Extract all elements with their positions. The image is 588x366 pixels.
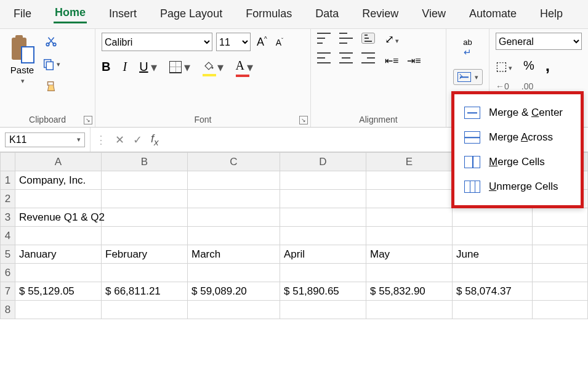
cell[interactable] [188, 208, 280, 227]
align-right-button[interactable] [361, 52, 375, 63]
cell[interactable] [188, 264, 280, 282]
row-header-2[interactable]: 2 [1, 190, 15, 208]
merge-dropdown-button[interactable]: ▾ [453, 69, 483, 85]
wrap-text-button[interactable]: ab ↵ [463, 38, 472, 58]
cell[interactable] [366, 301, 453, 319]
cell[interactable] [188, 227, 280, 245]
decrease-indent-button[interactable]: ⇤≡ [385, 55, 398, 67]
cell[interactable] [102, 190, 188, 208]
cell[interactable] [533, 208, 588, 227]
cell[interactable] [453, 227, 533, 245]
cell[interactable] [533, 301, 588, 319]
cell[interactable]: $ 55,832.90 [366, 282, 453, 301]
cell[interactable]: Company, Inc. [15, 171, 102, 190]
paste-button[interactable]: Paste ▾ [6, 33, 38, 86]
cell[interactable]: $ 58,074.37 [453, 282, 533, 301]
cell[interactable] [15, 190, 102, 208]
align-top-button[interactable] [317, 33, 331, 44]
cell[interactable] [188, 190, 280, 208]
align-bottom-button[interactable] [361, 33, 375, 44]
cell[interactable] [453, 264, 533, 282]
cell[interactable]: $ 59,089.20 [188, 282, 280, 301]
increase-decimal-button[interactable]: ←0 [496, 81, 509, 91]
align-center-h-button[interactable] [339, 52, 353, 63]
menu-data[interactable]: Data [314, 5, 340, 23]
cell[interactable] [188, 171, 280, 190]
menu-review[interactable]: Review [361, 5, 400, 23]
cell[interactable] [280, 171, 366, 190]
cell[interactable]: April [280, 245, 366, 264]
merge-and-center-item[interactable]: Merge & Center [457, 100, 578, 125]
cell[interactable]: June [453, 245, 533, 264]
menu-home[interactable]: Home [54, 4, 87, 23]
decrease-font-button[interactable]: Aˇ [273, 36, 286, 49]
cell[interactable]: May [366, 245, 453, 264]
align-left-button[interactable] [317, 52, 331, 63]
cell[interactable] [280, 264, 366, 282]
accounting-format-button[interactable]: ⬚▾ [496, 59, 512, 73]
orientation-button[interactable]: ⤢▾ [385, 33, 421, 46]
menu-file[interactable]: File [12, 5, 33, 23]
clipboard-launcher[interactable]: ↘ [84, 116, 92, 124]
cell[interactable]: March [188, 245, 280, 264]
cell[interactable] [280, 301, 366, 319]
row-header-3[interactable]: 3 [1, 208, 15, 227]
merge-cells-item[interactable]: Merge Cells [457, 150, 578, 174]
bold-button[interactable]: B [102, 60, 110, 74]
col-header-E[interactable]: E [366, 153, 453, 171]
cell[interactable]: February [102, 245, 188, 264]
row-header-7[interactable]: 7 [1, 282, 15, 301]
cell[interactable] [280, 190, 366, 208]
row-header-1[interactable]: 1 [1, 171, 15, 190]
menu-view[interactable]: View [421, 5, 447, 23]
copy-button[interactable]: ▾ [42, 57, 60, 71]
cell[interactable] [280, 208, 366, 227]
chevron-down-icon[interactable]: ▾ [77, 136, 81, 144]
menu-page-layout[interactable]: Page Layout [159, 5, 224, 23]
increase-indent-button[interactable]: ⇥≡ [407, 55, 421, 67]
cell[interactable] [102, 264, 188, 282]
increase-font-button[interactable]: A^ [254, 35, 270, 50]
underline-button[interactable]: U▾ [139, 60, 156, 75]
percent-format-button[interactable]: % [523, 59, 534, 73]
confirm-formula-button[interactable]: ✓ [133, 133, 142, 147]
cell[interactable] [188, 301, 280, 319]
cell[interactable] [102, 208, 188, 227]
name-box-input[interactable] [9, 134, 58, 145]
chevron-down-icon[interactable]: ▾ [151, 60, 157, 75]
cell[interactable]: $ 66,811.21 [102, 282, 188, 301]
insert-function-button[interactable]: fx [151, 132, 159, 147]
col-header-B[interactable]: B [102, 153, 188, 171]
cancel-formula-button[interactable]: ✕ [115, 133, 124, 147]
font-launcher[interactable]: ↘ [299, 116, 308, 124]
cell[interactable] [102, 171, 188, 190]
cell[interactable] [366, 171, 453, 190]
format-painter-button[interactable] [44, 79, 58, 94]
cell[interactable] [366, 227, 453, 245]
unmerge-cells-item[interactable]: Unmerge Cells [457, 174, 578, 199]
cell[interactable] [15, 264, 102, 282]
cell[interactable] [453, 301, 533, 319]
col-header-D[interactable]: D [280, 153, 366, 171]
row-header-8[interactable]: 8 [1, 301, 15, 319]
cell[interactable]: January [15, 245, 102, 264]
cell[interactable] [15, 227, 102, 245]
align-middle-button[interactable] [339, 33, 353, 44]
cell[interactable] [366, 208, 453, 227]
borders-button[interactable]: ▾ [169, 60, 190, 75]
menu-help[interactable]: Help [539, 5, 564, 23]
cell[interactable] [102, 301, 188, 319]
fill-color-button[interactable]: ▾ [203, 60, 224, 75]
cell[interactable] [533, 264, 588, 282]
decrease-decimal-button[interactable]: .00 [522, 81, 533, 91]
menu-insert[interactable]: Insert [108, 5, 138, 23]
cell[interactable]: $ 51,890.65 [280, 282, 366, 301]
chevron-down-icon[interactable]: ▾ [184, 60, 190, 75]
row-header-4[interactable]: 4 [1, 227, 15, 245]
cell[interactable] [533, 245, 588, 264]
cell[interactable] [280, 227, 366, 245]
select-all-corner[interactable] [1, 153, 15, 171]
cell[interactable]: $ 55,129.05 [15, 282, 102, 301]
cell[interactable] [15, 301, 102, 319]
chevron-down-icon[interactable]: ▾ [21, 77, 25, 85]
